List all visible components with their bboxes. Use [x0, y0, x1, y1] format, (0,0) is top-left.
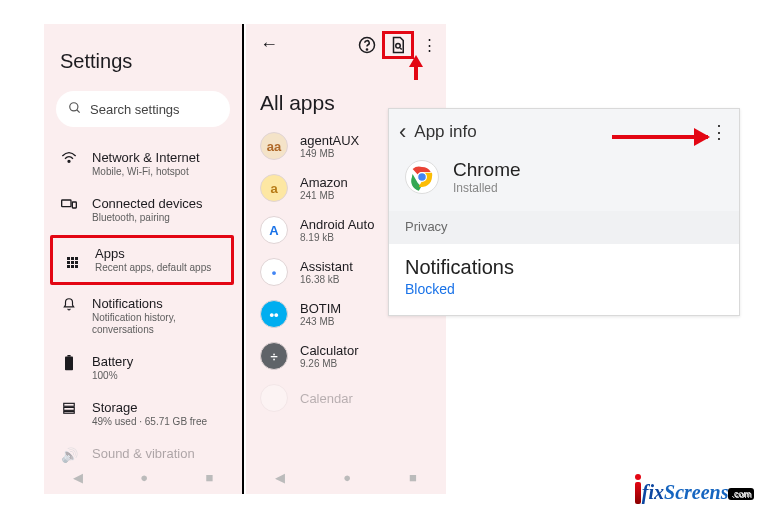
app-name: Assistant — [300, 259, 353, 274]
nav-recents-icon[interactable]: ■ — [409, 470, 417, 485]
app-name: Calendar — [300, 391, 353, 406]
svg-rect-3 — [62, 200, 71, 207]
svg-point-2 — [68, 160, 70, 162]
privacy-section-label: Privacy — [389, 211, 739, 244]
app-icon: a — [260, 174, 288, 202]
bell-icon — [60, 297, 78, 314]
back-icon[interactable]: ‹ — [399, 119, 406, 145]
app-name: Calculator — [300, 343, 359, 358]
svg-line-1 — [77, 109, 80, 112]
svg-rect-7 — [64, 403, 75, 406]
nav-back-icon[interactable]: ◀ — [73, 470, 83, 485]
settings-item-apps[interactable]: AppsRecent apps, default apps — [63, 244, 227, 276]
app-icon: •• — [260, 300, 288, 328]
app-info-title: App info — [414, 122, 476, 142]
wifi-icon — [60, 151, 78, 167]
back-icon[interactable]: ← — [252, 30, 286, 59]
sound-icon: 🔊 — [60, 447, 78, 463]
notifications-state: Blocked — [405, 281, 723, 297]
settings-item-connected[interactable]: Connected devicesBluetooth, pairing — [56, 187, 230, 233]
highlight-apps: AppsRecent apps, default apps — [50, 235, 234, 285]
svg-point-12 — [396, 43, 401, 48]
nav-home-icon[interactable]: ● — [140, 470, 148, 485]
nav-recents-icon[interactable]: ■ — [205, 470, 213, 485]
android-navbar-2: ◀ ● ■ — [246, 464, 446, 490]
nav-home-icon[interactable]: ● — [343, 470, 351, 485]
app-row[interactable]: ÷ Calculator9.26 MB — [246, 335, 446, 377]
settings-panel: Settings Search settings Network & Inter… — [44, 24, 244, 494]
svg-rect-5 — [65, 357, 73, 371]
settings-item-notifications[interactable]: NotificationsNotification history, conve… — [56, 287, 230, 345]
android-navbar: ◀ ● ■ — [44, 464, 242, 490]
more-icon[interactable]: ⋮ — [418, 34, 440, 56]
watermark-logo: fixScreens.com — [635, 481, 754, 504]
svg-point-11 — [366, 48, 367, 49]
battery-icon — [60, 355, 78, 374]
chrome-name: Chrome — [453, 159, 521, 181]
svg-rect-9 — [64, 412, 75, 414]
app-info-card: ‹ App info ⋮ Chrome Installed Privacy No… — [388, 108, 740, 316]
app-size: 243 MB — [300, 316, 341, 327]
search-placeholder: Search settings — [90, 102, 180, 117]
svg-rect-8 — [64, 407, 75, 410]
app-icon: ÷ — [260, 342, 288, 370]
app-size: 8.19 kB — [300, 232, 374, 243]
app-icon: aa — [260, 132, 288, 160]
annotation-arrow-right — [612, 135, 708, 139]
settings-item-network[interactable]: Network & InternetMobile, Wi-Fi, hotspot — [56, 141, 230, 187]
app-icon — [260, 384, 288, 412]
svg-point-0 — [70, 102, 78, 110]
settings-title: Settings — [60, 50, 230, 73]
app-name: BOTIM — [300, 301, 341, 316]
page-icon[interactable] — [387, 34, 409, 56]
chrome-install-state: Installed — [453, 181, 521, 195]
svg-line-13 — [400, 48, 402, 50]
notifications-label: Notifications — [405, 256, 723, 279]
help-icon[interactable] — [356, 34, 378, 56]
app-size: 9.26 MB — [300, 358, 359, 369]
settings-item-battery[interactable]: Battery100% — [56, 345, 230, 391]
search-icon — [68, 101, 82, 118]
settings-item-storage[interactable]: Storage49% used · 65.71 GB free — [56, 391, 230, 437]
devices-icon — [60, 197, 78, 213]
svg-rect-4 — [72, 202, 76, 208]
app-name: Android Auto — [300, 217, 374, 232]
app-icon: A — [260, 216, 288, 244]
search-settings[interactable]: Search settings — [56, 91, 230, 127]
app-size: 241 MB — [300, 190, 348, 201]
app-size: 149 MB — [300, 148, 359, 159]
app-name: agentAUX — [300, 133, 359, 148]
app-size: 16.38 kB — [300, 274, 353, 285]
app-row[interactable]: Calendar — [246, 377, 446, 419]
chrome-icon — [405, 160, 439, 194]
app-icon: • — [260, 258, 288, 286]
more-icon[interactable]: ⋮ — [710, 121, 727, 143]
annotation-arrow-up — [409, 55, 423, 67]
nav-back-icon[interactable]: ◀ — [275, 470, 285, 485]
apps-icon — [63, 247, 81, 268]
svg-rect-6 — [67, 355, 70, 357]
storage-icon — [60, 401, 78, 418]
app-name: Amazon — [300, 175, 348, 190]
notifications-row[interactable]: Notifications Blocked — [389, 244, 739, 315]
